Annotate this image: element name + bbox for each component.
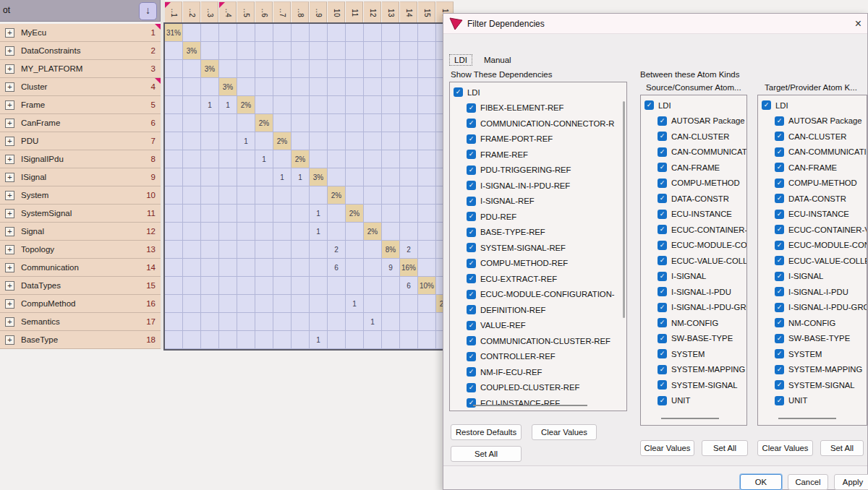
checkbox-checked-icon[interactable]: ✓ xyxy=(775,318,784,327)
list-item[interactable]: ✓CAN-FRAME xyxy=(758,160,867,176)
expand-plus-icon[interactable]: + xyxy=(5,317,14,327)
checkbox-checked-icon[interactable]: ✓ xyxy=(775,147,784,157)
matrix-column-header[interactable]: ..1 xyxy=(165,1,182,23)
list-item[interactable]: ✓ECUC-VALUE-COLLEC xyxy=(758,253,867,269)
matrix-cell[interactable]: 6 xyxy=(400,277,417,294)
vertical-scrollbar[interactable] xyxy=(623,101,625,318)
list-item[interactable]: ✓DATA-CONSTR xyxy=(758,191,867,207)
checkbox-checked-icon[interactable]: ✓ xyxy=(775,210,784,219)
list-item[interactable]: ✓I-SIGNAL-REF xyxy=(450,194,626,210)
matrix-column-header[interactable]: ..2 xyxy=(183,1,200,23)
checkbox-checked-icon[interactable]: ✓ xyxy=(775,179,784,188)
ok-button[interactable]: OK xyxy=(740,474,782,490)
matrix-row-header[interactable]: +ISignalIPdu8 xyxy=(0,150,161,168)
source-set-all-button[interactable]: Set All xyxy=(702,440,748,456)
checkbox-checked-icon[interactable]: ✓ xyxy=(467,305,476,314)
expand-plus-icon[interactable]: + xyxy=(5,335,14,345)
matrix-column-header[interactable]: 12 xyxy=(364,1,381,23)
checkbox-checked-icon[interactable]: ✓ xyxy=(775,256,784,265)
list-item[interactable]: ✓I-SIGNAL xyxy=(758,269,867,285)
matrix-row-header[interactable]: +MY_PLATFORM3 xyxy=(0,60,161,78)
matrix-corner-cell[interactable]: ot ↓ xyxy=(0,0,161,22)
matrix-diagonal-cell[interactable]: 3% xyxy=(310,168,327,186)
list-item[interactable]: ✓ECU-EXTRACT-REF xyxy=(450,271,626,287)
matrix-cell[interactable]: 1 xyxy=(310,205,327,222)
checkbox-checked-icon[interactable]: ✓ xyxy=(467,383,476,392)
expand-plus-icon[interactable]: + xyxy=(5,191,14,200)
matrix-row-header[interactable]: +System10 xyxy=(0,186,161,205)
tab-manual[interactable]: Manual xyxy=(478,54,517,66)
checkbox-checked-icon[interactable]: ✓ xyxy=(467,119,476,128)
expand-plus-icon[interactable]: + xyxy=(5,119,14,128)
list-item[interactable]: ✓AUTOSAR Package xyxy=(758,113,867,129)
list-item[interactable]: ✓CAN-FRAME xyxy=(641,160,746,176)
expand-plus-icon[interactable]: + xyxy=(5,28,14,38)
checkbox-checked-icon[interactable]: ✓ xyxy=(775,163,784,172)
list-item[interactable]: ✓SYSTEM-MAPPING xyxy=(758,362,867,378)
matrix-row-header[interactable]: +Semantics17 xyxy=(0,313,161,331)
checkbox-checked-icon[interactable]: ✓ xyxy=(658,396,667,405)
list-item[interactable]: ✓CAN-CLUSTER xyxy=(641,129,746,145)
list-item[interactable]: ✓LDI xyxy=(450,85,626,100)
matrix-column-header[interactable]: 13 xyxy=(382,1,399,23)
checkbox-checked-icon[interactable]: ✓ xyxy=(467,398,476,408)
matrix-cell[interactable]: 1 xyxy=(219,96,237,113)
matrix-cell[interactable]: 1 xyxy=(255,150,273,168)
checkbox-checked-icon[interactable]: ✓ xyxy=(775,349,784,358)
matrix-column-header[interactable]: 15 xyxy=(418,1,435,23)
list-item[interactable]: ✓UNIT xyxy=(758,393,867,409)
matrix-row-header[interactable]: +Cluster4 xyxy=(0,78,161,96)
checkbox-checked-icon[interactable]: ✓ xyxy=(775,396,784,405)
matrix-diagonal-cell[interactable]: 2% xyxy=(273,132,291,150)
list-item[interactable]: ✓ECUC-VALUE-COLLEC xyxy=(641,253,746,269)
checkbox-checked-icon[interactable]: ✓ xyxy=(467,150,476,159)
dependencies-clear-values-button[interactable]: Clear Values xyxy=(532,424,597,440)
target-atom-list[interactable]: ✓LDI✓AUTOSAR Package✓CAN-CLUSTER✓CAN-COM… xyxy=(757,95,867,426)
checkbox-checked-icon[interactable]: ✓ xyxy=(775,132,784,141)
matrix-row-header[interactable]: +ISignal9 xyxy=(0,168,161,186)
checkbox-checked-icon[interactable]: ✓ xyxy=(467,367,476,377)
checkbox-checked-icon[interactable]: ✓ xyxy=(467,274,476,283)
matrix-diagonal-cell[interactable]: 16% xyxy=(400,259,417,276)
list-item[interactable]: ✓I-SIGNAL-I-PDU xyxy=(641,284,746,300)
matrix-row-header[interactable]: +PDU7 xyxy=(0,132,161,150)
matrix-row-header[interactable]: +MyEcu1 xyxy=(0,24,161,42)
expand-plus-icon[interactable]: + xyxy=(5,137,14,146)
matrix-column-header[interactable]: ..7 xyxy=(273,1,291,23)
list-item[interactable]: ✓FRAME-REF xyxy=(450,147,626,163)
checkbox-checked-icon[interactable]: ✓ xyxy=(467,352,476,361)
horizontal-scrollbar[interactable] xyxy=(661,418,719,419)
list-item[interactable]: ✓SYSTEM-SIGNAL xyxy=(758,377,867,393)
list-item[interactable]: ✓UNIT xyxy=(641,393,746,409)
expand-plus-icon[interactable]: + xyxy=(5,82,14,92)
horizontal-scrollbar[interactable] xyxy=(473,405,587,406)
list-item[interactable]: ✓COUPLED-CLUSTER-REF xyxy=(450,380,626,396)
matrix-cell[interactable]: 1 xyxy=(346,295,363,312)
expand-plus-icon[interactable]: + xyxy=(5,245,14,254)
matrix-diagonal-cell[interactable]: 10% xyxy=(418,277,435,294)
checkbox-checked-icon[interactable]: ✓ xyxy=(467,336,476,345)
list-item[interactable]: ✓COMPU-METHOD xyxy=(641,176,746,192)
list-item[interactable]: ✓ECU-INSTANCE xyxy=(758,207,867,223)
list-item[interactable]: ✓I-SIGNAL-I-PDU-GRO xyxy=(758,300,867,316)
list-item[interactable]: ✓LDI xyxy=(758,98,867,113)
list-item[interactable]: ✓NM-IF-ECU-REF xyxy=(450,364,626,380)
matrix-cell[interactable]: 2 xyxy=(400,241,417,258)
dialog-titlebar[interactable]: Filter Dependencies × xyxy=(443,14,867,34)
matrix-row-header[interactable]: +DataTypes15 xyxy=(0,277,161,295)
matrix-column-header[interactable]: ..6 xyxy=(255,1,273,23)
close-icon[interactable]: × xyxy=(855,17,861,31)
list-item[interactable]: ✓CAN-CLUSTER xyxy=(758,129,867,145)
checkbox-checked-icon[interactable]: ✓ xyxy=(658,194,667,203)
list-item[interactable]: ✓SYSTEM xyxy=(758,346,867,362)
dependencies-set-all-button[interactable]: Set All xyxy=(451,446,522,462)
checkbox-checked-icon[interactable]: ✓ xyxy=(775,116,784,126)
list-item[interactable]: ✓LDI xyxy=(641,98,746,113)
checkbox-checked-icon[interactable]: ✓ xyxy=(775,380,784,390)
matrix-diagonal-cell[interactable]: 2% xyxy=(328,186,345,204)
checkbox-checked-icon[interactable]: ✓ xyxy=(467,321,476,330)
checkbox-checked-icon[interactable]: ✓ xyxy=(467,259,476,268)
matrix-diagonal-cell[interactable]: 8% xyxy=(382,241,399,258)
matrix-cell[interactable]: 6 xyxy=(328,259,345,276)
list-item[interactable]: ✓SYSTEM-SIGNAL xyxy=(641,377,746,393)
